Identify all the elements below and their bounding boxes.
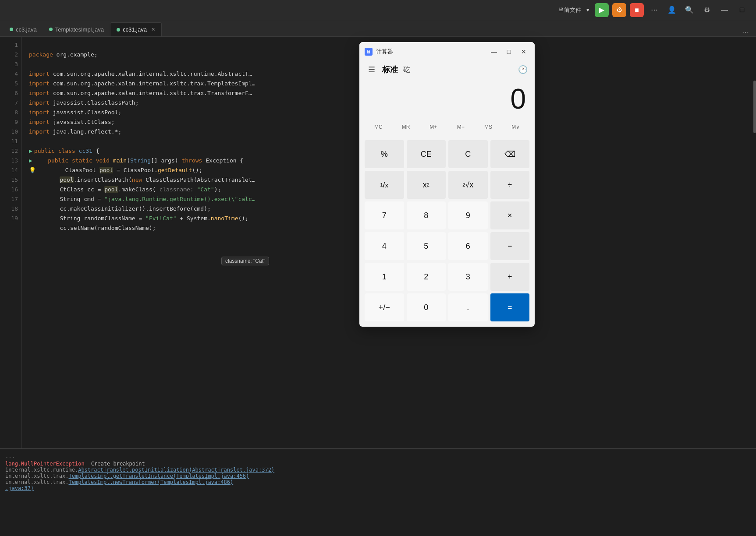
calculator-window: 🖩 计算器 — □ ✕ ☰ 标准 矻 🕐 0 MC MR M+ M− MS M∨… bbox=[359, 42, 535, 327]
calc-menu-icon[interactable]: ☰ bbox=[366, 63, 377, 76]
calc-submode-label: 矻 bbox=[403, 65, 410, 74]
current-file-label: 当前文件 bbox=[558, 6, 581, 14]
calc-percent-button[interactable]: % bbox=[365, 140, 404, 168]
minimize-button[interactable]: — bbox=[717, 3, 731, 17]
calc-3-button[interactable]: 3 bbox=[448, 263, 488, 291]
tab-dot bbox=[49, 28, 53, 31]
calc-maximize-button[interactable]: □ bbox=[503, 46, 515, 57]
calc-title-bar: 🖩 计算器 — □ ✕ bbox=[359, 42, 535, 61]
calc-ms-button[interactable]: MS bbox=[475, 119, 502, 135]
run-button[interactable]: ▶ bbox=[595, 3, 609, 17]
calc-2-button[interactable]: 2 bbox=[407, 263, 446, 291]
calc-square-button[interactable]: x2 bbox=[407, 171, 446, 199]
calc-4-button[interactable]: 4 bbox=[365, 232, 404, 260]
calc-8-button[interactable]: 8 bbox=[407, 201, 446, 229]
calc-0-button[interactable]: 0 bbox=[407, 293, 446, 321]
console-area: ... lang.NullPointerException Create bre… bbox=[0, 448, 756, 536]
calc-mc-button[interactable]: MC bbox=[365, 119, 392, 135]
dropdown-icon: ▾ bbox=[586, 7, 589, 13]
calc-7-button[interactable]: 7 bbox=[365, 201, 404, 229]
tab-label: TemplatesImpl.java bbox=[55, 26, 104, 33]
calc-title: 计算器 bbox=[376, 48, 485, 56]
calc-display-value: 0 bbox=[368, 85, 526, 113]
calc-mr-button[interactable]: MR bbox=[392, 119, 420, 135]
calc-6-button[interactable]: 6 bbox=[448, 232, 488, 260]
tab-dot bbox=[117, 28, 120, 32]
more-button[interactable]: ⋯ bbox=[647, 3, 661, 17]
tabs-more-button[interactable]: ⋯ bbox=[738, 28, 752, 36]
tab-templatesimpl[interactable]: TemplatesImpl.java bbox=[43, 22, 110, 36]
settings-button[interactable]: ⚙ bbox=[700, 3, 714, 17]
calc-decimal-button[interactable]: . bbox=[448, 293, 488, 321]
tab-label: cc3.java bbox=[16, 26, 37, 33]
calc-multiply-button[interactable]: × bbox=[490, 201, 530, 229]
calc-minimize-button[interactable]: — bbox=[488, 46, 500, 57]
calc-display: 0 bbox=[359, 76, 535, 117]
calc-add-button[interactable]: + bbox=[490, 263, 530, 291]
console-line-3: internal.xsltc.trax.TemplatesImpl.getTra… bbox=[5, 473, 751, 479]
calc-subtract-button[interactable]: − bbox=[490, 232, 530, 260]
calc-backspace-button[interactable]: ⌫ bbox=[490, 140, 530, 168]
tab-dot bbox=[10, 28, 13, 31]
user-button[interactable]: 👤 bbox=[665, 3, 679, 17]
calc-memory-row: MC MR M+ M− MS M∨ bbox=[359, 117, 535, 137]
calc-history-button[interactable]: 🕐 bbox=[518, 65, 528, 74]
calc-c-button[interactable]: C bbox=[448, 140, 488, 168]
calc-close-button[interactable]: ✕ bbox=[518, 46, 529, 57]
debug-button[interactable]: ⚙ bbox=[612, 3, 626, 17]
line-numbers: 1 2 3 4 5 6 7 8 9 10 11 12 13 14 15 16 1… bbox=[0, 37, 22, 448]
calc-9-button[interactable]: 9 bbox=[448, 201, 488, 229]
calc-buttons: % CE C ⌫ 1/x x2 2√x ÷ 7 8 9 × 4 5 6 − 1 … bbox=[359, 137, 535, 327]
calc-sqrt-button[interactable]: 2√x bbox=[448, 171, 488, 199]
calc-icon: 🖩 bbox=[365, 48, 373, 56]
calc-mode-label: 标准 bbox=[382, 64, 398, 75]
calc-ce-button[interactable]: CE bbox=[407, 140, 446, 168]
maximize-button[interactable]: □ bbox=[735, 3, 749, 17]
scrollbar[interactable] bbox=[753, 81, 756, 133]
calc-mminus-button[interactable]: M− bbox=[447, 119, 475, 135]
console-dots: ... bbox=[5, 453, 751, 459]
calc-mplus-button[interactable]: M+ bbox=[419, 119, 447, 135]
calc-divide-button[interactable]: ÷ bbox=[490, 171, 530, 199]
calc-header: ☰ 标准 矻 🕐 bbox=[359, 61, 535, 76]
search-button[interactable]: 🔍 bbox=[682, 3, 696, 17]
tooltip-popup: classname: "Cat" bbox=[221, 257, 269, 265]
console-line-1: lang.NullPointerException Create breakpo… bbox=[5, 461, 751, 467]
console-line-4: internal.xsltc.trax.TemplatesImpl.newTra… bbox=[5, 479, 751, 485]
tab-cc31[interactable]: cc31.java ✕ bbox=[110, 22, 162, 36]
stop-button[interactable]: ■ bbox=[630, 3, 644, 17]
calc-5-button[interactable]: 5 bbox=[407, 232, 446, 260]
tab-cc3[interactable]: cc3.java bbox=[4, 22, 43, 36]
calc-equals-button[interactable]: = bbox=[490, 293, 530, 321]
tab-label: cc31.java bbox=[123, 26, 147, 33]
calc-reciprocal-button[interactable]: 1/x bbox=[365, 171, 404, 199]
calc-negate-button[interactable]: +/− bbox=[365, 293, 404, 321]
console-line-2: internal.xsltc.runtime.AbstractTranslet.… bbox=[5, 467, 751, 473]
calc-1-button[interactable]: 1 bbox=[365, 263, 404, 291]
tabs-bar: cc3.java TemplatesImpl.java cc31.java ✕ … bbox=[0, 20, 756, 37]
tab-close-icon[interactable]: ✕ bbox=[151, 27, 155, 32]
console-line-5: .java:37) bbox=[5, 485, 751, 491]
calc-mv-button[interactable]: M∨ bbox=[502, 119, 529, 135]
top-bar: 当前文件 ▾ ▶ ⚙ ■ ⋯ 👤 🔍 ⚙ — □ bbox=[0, 0, 756, 20]
